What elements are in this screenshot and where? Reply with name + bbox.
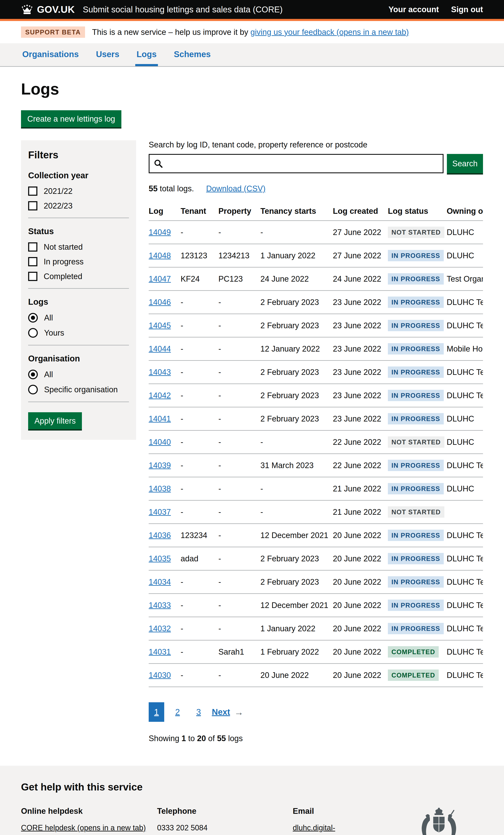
log-link-14037[interactable]: 14037 bbox=[149, 508, 171, 516]
tenant-cell: - bbox=[181, 454, 218, 477]
property-cell: - bbox=[218, 617, 260, 640]
nav-item-logs[interactable]: Logs bbox=[135, 43, 158, 66]
filter-option-collection-year-2021-22: 2021/22 bbox=[28, 186, 129, 196]
property-cell: - bbox=[218, 664, 260, 687]
column-header-log-created: Log created bbox=[333, 202, 388, 221]
email-link[interactable]: dluhc.digital-services@levellingup.gov.u… bbox=[293, 823, 388, 835]
search-label: Search by log ID, tenant code, property … bbox=[149, 140, 483, 149]
owning-org-cell: DLUHC bbox=[447, 477, 483, 501]
filter-divider bbox=[28, 402, 129, 402]
log-link-14046[interactable]: 14046 bbox=[149, 298, 171, 307]
radio-yours[interactable] bbox=[28, 328, 38, 338]
log-link-14042[interactable]: 14042 bbox=[149, 391, 171, 400]
showing-summary: Showing 1 to 20 of 55 logs bbox=[149, 734, 483, 743]
footer-crest-column: © Crown copyright bbox=[395, 807, 483, 835]
log-link-14049[interactable]: 14049 bbox=[149, 228, 171, 237]
beta-tag: SUPPORT BETA bbox=[21, 26, 85, 38]
log-link-14031[interactable]: 14031 bbox=[149, 648, 171, 656]
tenancy-starts-cell: 2 February 2023 bbox=[260, 291, 333, 314]
log-link-14040[interactable]: 14040 bbox=[149, 437, 171, 447]
status-badge: IN PROGRESS bbox=[388, 460, 444, 471]
checkbox-completed[interactable] bbox=[28, 272, 37, 281]
tenant-cell: - bbox=[181, 594, 218, 617]
apply-filters-button[interactable]: Apply filters bbox=[28, 412, 82, 429]
tenancy-starts-cell: 2 February 2023 bbox=[260, 314, 333, 337]
create-lettings-log-button[interactable]: Create a new lettings log bbox=[21, 110, 121, 127]
table-row: 14037---21 June 2022NOT STARTED bbox=[149, 501, 483, 524]
email-heading: Email bbox=[293, 807, 395, 816]
page-2[interactable]: 2 bbox=[170, 702, 185, 722]
log-link-14047[interactable]: 14047 bbox=[149, 274, 171, 283]
core-helpdesk-link[interactable]: CORE helpdesk (opens in a new tab) bbox=[21, 823, 146, 832]
log-link-14045[interactable]: 14045 bbox=[149, 321, 171, 330]
tenancy-starts-cell: 12 December 2021 bbox=[260, 594, 333, 617]
radio-all[interactable] bbox=[28, 370, 38, 379]
owning-org-cell: DLUHC Tes bbox=[447, 664, 483, 687]
owning-org-cell: DLUHC Tes bbox=[447, 361, 483, 384]
tenant-cell: KF24 bbox=[181, 267, 218, 291]
property-cell: 1234213 bbox=[218, 244, 260, 267]
download-csv-link[interactable]: Download (CSV) bbox=[206, 184, 266, 193]
owning-org-cell: DLUHC Tes bbox=[447, 314, 483, 337]
table-row: 14044--12 January 202223 June 2022IN PRO… bbox=[149, 337, 483, 361]
primary-navigation: OrganisationsUsersLogsSchemes bbox=[0, 43, 504, 67]
log-link-14048[interactable]: 14048 bbox=[149, 251, 171, 260]
log-link-14035[interactable]: 14035 bbox=[149, 554, 171, 563]
page-1[interactable]: 1 bbox=[149, 702, 164, 722]
feedback-link[interactable]: giving us your feedback (opens in a new … bbox=[250, 28, 409, 37]
property-cell: Sarah1 bbox=[218, 640, 260, 664]
table-row: 14045--2 February 202323 June 2022IN PRO… bbox=[149, 314, 483, 337]
filter-option-collection-year-2022-23: 2022/23 bbox=[28, 201, 129, 210]
log-link-14036[interactable]: 14036 bbox=[149, 531, 171, 540]
log-link-14044[interactable]: 14044 bbox=[149, 344, 171, 353]
your-account-link[interactable]: Your account bbox=[388, 5, 439, 14]
filter-option-status-completed: Completed bbox=[28, 272, 129, 281]
checkbox-in-progress[interactable] bbox=[28, 257, 37, 266]
filter-divider bbox=[28, 345, 129, 345]
radio-specific-organisation[interactable] bbox=[28, 385, 38, 394]
property-cell: - bbox=[218, 454, 260, 477]
nav-item-schemes[interactable]: Schemes bbox=[173, 43, 212, 66]
log-link-14032[interactable]: 14032 bbox=[149, 624, 171, 633]
log-link-14041[interactable]: 14041 bbox=[149, 414, 171, 423]
log-link-14039[interactable]: 14039 bbox=[149, 461, 171, 470]
checkbox-not-started[interactable] bbox=[28, 242, 37, 251]
property-cell: - bbox=[218, 501, 260, 524]
checkbox-2022-23[interactable] bbox=[28, 201, 37, 210]
search-button[interactable]: Search bbox=[447, 154, 483, 173]
footer-title: Get help with this service bbox=[21, 781, 483, 793]
tenant-cell: - bbox=[181, 221, 218, 244]
owning-org-cell: DLUHC bbox=[447, 430, 483, 454]
log-link-14043[interactable]: 14043 bbox=[149, 368, 171, 376]
tenant-cell: - bbox=[181, 291, 218, 314]
status-badge: NOT STARTED bbox=[388, 436, 444, 448]
log-link-14038[interactable]: 14038 bbox=[149, 484, 171, 493]
next-arrow-icon: → bbox=[234, 707, 243, 717]
owning-org-cell bbox=[447, 501, 483, 524]
search-input[interactable] bbox=[149, 154, 444, 173]
property-cell: - bbox=[218, 547, 260, 570]
logs-table: LogTenantPropertyTenancy startsLog creat… bbox=[149, 202, 483, 687]
next-page-link[interactable]: Next bbox=[212, 702, 230, 722]
log-link-14030[interactable]: 14030 bbox=[149, 671, 171, 679]
owning-org-cell: DLUHC Tes bbox=[447, 617, 483, 640]
property-cell: - bbox=[218, 314, 260, 337]
govuk-logo[interactable]: GOV.UK bbox=[21, 4, 75, 15]
owning-org-cell: Mobile Hous bbox=[447, 337, 483, 361]
log-link-14033[interactable]: 14033 bbox=[149, 601, 171, 610]
log-created-cell: 23 June 2022 bbox=[333, 361, 388, 384]
page-3[interactable]: 3 bbox=[191, 702, 206, 722]
log-created-cell: 24 June 2022 bbox=[333, 267, 388, 291]
tenant-cell: 123234 bbox=[181, 524, 218, 547]
status-badge: IN PROGRESS bbox=[388, 343, 444, 354]
tenancy-starts-cell: 24 June 2022 bbox=[260, 267, 333, 291]
nav-item-organisations[interactable]: Organisations bbox=[21, 43, 80, 66]
radio-all[interactable] bbox=[28, 313, 38, 323]
service-name[interactable]: Submit social housing lettings and sales… bbox=[83, 5, 283, 14]
sign-out-link[interactable]: Sign out bbox=[451, 5, 483, 14]
log-link-14034[interactable]: 14034 bbox=[149, 577, 171, 586]
nav-item-users[interactable]: Users bbox=[95, 43, 121, 66]
status-badge: IN PROGRESS bbox=[388, 366, 444, 378]
log-created-cell: 21 June 2022 bbox=[333, 477, 388, 501]
checkbox-2021-22[interactable] bbox=[28, 186, 37, 196]
